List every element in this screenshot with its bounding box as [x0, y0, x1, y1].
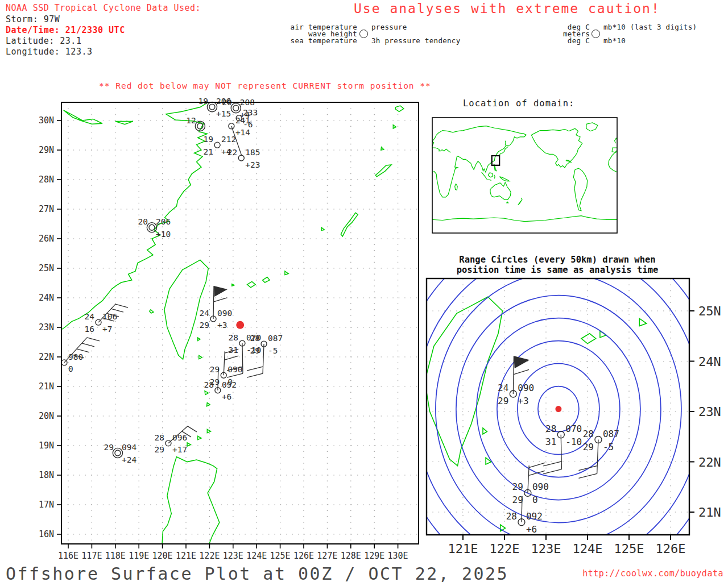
range-x-tick-label: 124E: [573, 542, 603, 556]
y-axis-tick-label: 19N: [39, 440, 54, 451]
station-plot: 2808729-5: [247, 334, 283, 377]
y-axis-tick-label: 29N: [39, 145, 54, 155]
station-value: 29: [250, 346, 260, 355]
station-circle-icon: [238, 155, 244, 161]
station-value: 106: [102, 312, 117, 321]
range-x-tick-label: 122E: [490, 542, 520, 556]
station-plot: 2409029+3: [498, 356, 534, 406]
station-value: 241: [235, 116, 250, 125]
station-value: 28: [228, 333, 238, 342]
station-value: 29: [512, 494, 523, 505]
x-axis-tick-label: 122E: [199, 551, 220, 560]
legend-sea-temp-label: sea temperature: [273, 36, 357, 45]
station-value: 21: [204, 147, 213, 156]
station-value: -5: [268, 346, 278, 355]
range-circles-map: 2409029+32807031-102808729-5290902902809…: [421, 273, 728, 574]
world-inset-map: [429, 91, 623, 242]
station-plot: 2809629+17: [154, 426, 196, 455]
world-coastlines: [432, 123, 617, 222]
range-y-tick-label: 22N: [698, 455, 721, 469]
range-y-tick-label: 24N: [698, 355, 721, 369]
station-value: 092: [526, 511, 543, 522]
buoydata-link[interactable]: http://coolwx.com/buoydata: [582, 568, 723, 579]
inset-frame: [432, 118, 617, 233]
range-x-tick-label: 126E: [656, 542, 686, 556]
wind-pennant-icon: [514, 356, 530, 368]
latitude-line: Latitude: 23.1: [6, 36, 81, 46]
station-value: +17: [172, 445, 187, 454]
station-value: +3: [518, 396, 528, 406]
station-circle-icon: [115, 450, 121, 456]
legend-degc-sea-label: deg C: [526, 36, 590, 45]
station-value: +15: [216, 109, 231, 118]
legend-units-circle-icon: [592, 30, 600, 38]
station-plot: 20206+10: [138, 217, 171, 239]
legend-pressure-label: pressure: [371, 23, 407, 31]
station-value: 28: [506, 511, 517, 522]
range-x-tick-label: 123E: [531, 542, 561, 556]
x-axis-tick-label: 117E: [81, 551, 102, 560]
station-value: -10: [565, 436, 582, 447]
station-value: 19: [198, 97, 208, 106]
longitude-line: Longitude: 123.3: [6, 47, 93, 57]
station-value: 212: [221, 135, 236, 144]
station-value: +3: [217, 321, 227, 330]
range-y-tick-label: 25N: [698, 304, 721, 318]
y-axis-tick-label: 30N: [39, 115, 54, 126]
station-circle-icon: [96, 319, 101, 325]
main-map-stations: 19206+1520208+4233-6241+14121921221+4221…: [61, 97, 283, 464]
station-value: +24: [122, 455, 136, 464]
y-axis-tick-label: 24N: [39, 293, 54, 303]
range-y-tick-label: 21N: [698, 505, 721, 519]
range-map-stations: 2409029+32807031-102808729-5290902902809…: [498, 356, 619, 534]
station-value: +6: [526, 524, 537, 535]
range-x-tick-label: 121E: [448, 542, 478, 556]
x-axis-tick-label: 121E: [176, 551, 196, 560]
station-value: +10: [156, 230, 171, 239]
station-value: 22: [228, 148, 237, 157]
station-value: 0: [68, 364, 73, 373]
x-axis-tick-label: 125E: [270, 551, 291, 560]
wind-pennant-icon: [214, 286, 228, 297]
y-axis-tick-label: 27N: [39, 204, 54, 214]
y-axis-tick-label: 20N: [39, 411, 54, 421]
station-value: 0: [532, 494, 538, 505]
station-value: 29: [512, 481, 523, 492]
y-axis-tick-label: 21N: [39, 381, 54, 392]
plot-title: Offshore Surface Plot at 00Z / OCT 22, 2…: [6, 564, 508, 582]
station-value: 087: [268, 334, 283, 343]
station-value: 24: [200, 309, 210, 318]
station-value: 090: [518, 383, 534, 393]
station-value: 092: [222, 380, 237, 389]
station-circle-icon: [149, 225, 155, 230]
station-value: 28: [204, 380, 213, 389]
x-axis-tick-label: 123E: [223, 551, 243, 560]
station-value: 28: [545, 423, 556, 434]
station-value: 24: [498, 383, 508, 393]
domain-box: [492, 156, 499, 165]
range-map-title-line1: Range Circles (every 50km) drawn when: [424, 255, 691, 265]
station-plot: 9800: [61, 338, 100, 374]
coastlines: [61, 102, 404, 546]
noaa-data-line: NOAA SSD Tropical Cyclone Data Used:: [6, 3, 201, 13]
station-value: 980: [68, 352, 83, 361]
station-value: 16: [85, 325, 94, 334]
station-value: 185: [245, 148, 260, 157]
station-value: +6: [222, 392, 231, 401]
station-value: 090: [217, 309, 232, 318]
storm-line: Storm: 97W: [6, 14, 60, 24]
offshore-surface-plot-page: NOAA SSD Tropical Cyclone Data Used: Sto…: [0, 0, 728, 582]
y-axis-tick-label: 16N: [39, 529, 54, 539]
x-axis-tick-label: 118E: [105, 551, 126, 560]
y-axis-tick-label: 18N: [39, 470, 54, 480]
x-axis-tick-label: 128E: [341, 551, 361, 560]
x-axis-tick-label: 124E: [246, 551, 267, 560]
station-value: 29: [200, 321, 209, 330]
x-axis-tick-label: 127E: [317, 551, 337, 560]
storm-position-dot: [555, 406, 561, 412]
legend-mb10-last3-label: mb*10 (last 3 digits): [603, 23, 697, 31]
station-value: 12: [186, 116, 196, 125]
station-circle-icon: [214, 142, 220, 148]
x-axis-tick-label: 120E: [152, 551, 173, 560]
station-circle-icon: [233, 105, 239, 111]
